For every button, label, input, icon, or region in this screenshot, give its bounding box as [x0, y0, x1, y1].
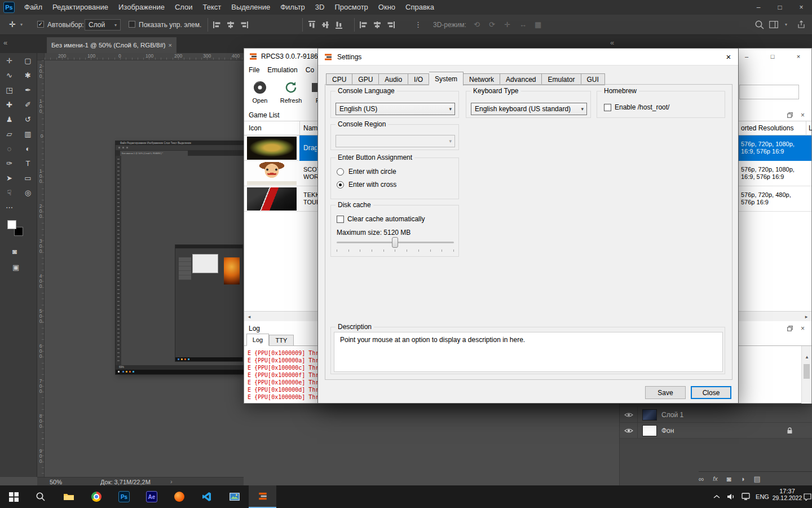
- distribute-center-icon[interactable]: [373, 21, 381, 28]
- restore-icon[interactable]: □: [769, 0, 791, 15]
- eraser-tool[interactable]: ▱: [0, 126, 19, 141]
- show-controls-checkbox[interactable]: [129, 21, 135, 28]
- maximize-icon[interactable]: □: [760, 49, 785, 64]
- marquee-tool[interactable]: ▢: [19, 53, 37, 68]
- vscode-icon[interactable]: [193, 485, 220, 508]
- history-brush-tool[interactable]: ↺: [19, 112, 37, 126]
- after-effects-icon[interactable]: Ae: [138, 485, 165, 508]
- tab-advanced[interactable]: Advanced: [500, 73, 542, 85]
- tab-gui[interactable]: GUI: [581, 73, 605, 85]
- refresh-button[interactable]: Refresh: [278, 80, 304, 104]
- shape-tool[interactable]: ▭: [19, 170, 37, 185]
- workspace-icon[interactable]: [769, 21, 778, 28]
- brush-tool[interactable]: ✐: [19, 97, 37, 112]
- game-search-input[interactable]: [739, 85, 799, 99]
- align-top-icon[interactable]: [308, 21, 315, 29]
- save-button[interactable]: Save: [645, 386, 686, 399]
- taskbar-search-button[interactable]: [27, 485, 54, 508]
- menu-file[interactable]: Файл: [19, 0, 47, 15]
- align-right-icon[interactable]: [240, 21, 248, 28]
- tool-preset-arrow-icon[interactable]: ▾: [20, 22, 23, 27]
- screen-mode-icon[interactable]: ▣: [12, 263, 19, 271]
- move-tool[interactable]: ✛: [0, 53, 19, 68]
- menu-help[interactable]: Справка: [400, 0, 439, 15]
- clear-cache-checkbox[interactable]: [337, 216, 344, 223]
- align-middle-icon[interactable]: [322, 21, 329, 29]
- scrollbar-thumb[interactable]: [804, 364, 810, 379]
- tty-tab[interactable]: TTY: [269, 335, 294, 346]
- collapse-dock-icon[interactable]: «: [610, 38, 614, 47]
- float-dock-icon[interactable]: [787, 112, 793, 118]
- collapse-panel-icon[interactable]: «: [3, 38, 7, 47]
- tab-emulator[interactable]: Emulator: [542, 73, 581, 85]
- chrome-icon[interactable]: [83, 485, 110, 508]
- new-group-icon[interactable]: ▤: [754, 475, 761, 483]
- zoom-tool[interactable]: ◎: [19, 185, 37, 200]
- layer-thumbnail[interactable]: [642, 409, 657, 421]
- menu-layers[interactable]: Слои: [170, 0, 198, 15]
- close-button[interactable]: Close: [691, 386, 731, 399]
- enable-host-root-label[interactable]: Enable /host_root/: [615, 103, 669, 111]
- orbit-3d-icon[interactable]: ⟲: [474, 20, 480, 29]
- autoselect-target-dropdown[interactable]: Слой ▾: [85, 19, 121, 30]
- layer-name[interactable]: Фон: [661, 427, 787, 435]
- slider-handle[interactable]: [392, 237, 398, 248]
- vertical-ruler[interactable]: 200 100 0 100 200 300 400 500 600 700 80…: [37, 60, 45, 477]
- action-center-icon[interactable]: [803, 485, 812, 508]
- zoom-3d-icon[interactable]: ▦: [535, 20, 541, 29]
- hand-tool[interactable]: ☟: [0, 185, 19, 200]
- align-bottom-icon[interactable]: [336, 21, 342, 29]
- ruler-corner[interactable]: [37, 53, 45, 60]
- layer-thumbnail[interactable]: [642, 425, 657, 436]
- close-icon[interactable]: ×: [785, 49, 811, 64]
- photoshop-taskbar-icon[interactable]: Ps: [111, 485, 138, 508]
- enter-with-circle-label[interactable]: Enter with circle: [348, 168, 396, 176]
- tab-gpu[interactable]: GPU: [352, 73, 379, 85]
- tab-network[interactable]: Network: [464, 73, 500, 85]
- close-icon[interactable]: ×: [791, 0, 812, 15]
- orange-app-icon[interactable]: [166, 485, 193, 508]
- tab-io[interactable]: I/O: [408, 73, 429, 85]
- tab-audio[interactable]: Audio: [379, 73, 408, 85]
- layer-style-icon[interactable]: fx: [713, 475, 718, 482]
- scroll-left-icon[interactable]: ◂: [245, 313, 253, 321]
- menu-image[interactable]: Изображение: [113, 0, 170, 15]
- type-tool[interactable]: T: [19, 156, 37, 170]
- move-tool-icon[interactable]: ✛: [9, 20, 16, 29]
- log-vscrollbar[interactable]: ▴: [801, 346, 811, 404]
- blur-tool[interactable]: ◌: [0, 141, 19, 156]
- rpcs3-menu-configuration[interactable]: Co: [306, 66, 314, 74]
- workspace-arrow-icon[interactable]: ▾: [785, 22, 787, 27]
- start-button[interactable]: [0, 485, 27, 508]
- link-layers-icon[interactable]: ∞: [699, 475, 704, 483]
- path-selection-tool[interactable]: ➤: [0, 170, 19, 185]
- pan-3d-icon[interactable]: ✛: [504, 20, 510, 29]
- tab-system[interactable]: System: [429, 72, 464, 86]
- slide-3d-icon[interactable]: ↔: [519, 20, 527, 29]
- rpcs3-taskbar-icon[interactable]: [249, 485, 276, 508]
- boot-button[interactable]: Open: [249, 80, 271, 104]
- scroll-up-icon[interactable]: ▴: [803, 353, 811, 361]
- console-language-select[interactable]: English (US) ▾: [336, 103, 455, 115]
- file-explorer-icon[interactable]: [55, 485, 82, 508]
- zoom-level[interactable]: 50%: [50, 479, 62, 485]
- rpcs3-menu-file[interactable]: File: [249, 66, 259, 74]
- network-tray-icon[interactable]: [739, 485, 753, 508]
- layer-row[interactable]: Фон: [620, 423, 812, 439]
- crop-tool[interactable]: ◳: [0, 82, 19, 97]
- layer-mask-icon[interactable]: ◙: [727, 475, 731, 483]
- column-header-resolutions[interactable]: orted Resolutions: [741, 124, 804, 132]
- menu-filter[interactable]: Фильтр: [275, 0, 310, 15]
- log-tab[interactable]: Log: [246, 334, 269, 346]
- tab-cpu[interactable]: CPU: [326, 73, 352, 85]
- keyboard-type-select[interactable]: English keyboard (US standard) ▾: [471, 103, 587, 115]
- scroll-right-icon[interactable]: ▸: [802, 313, 810, 321]
- close-dock-icon[interactable]: ×: [801, 111, 805, 119]
- gradient-tool[interactable]: ▥: [19, 126, 37, 141]
- more-options-icon[interactable]: ⋮: [414, 20, 422, 29]
- cache-size-slider[interactable]: [337, 242, 454, 243]
- search-icon[interactable]: [754, 20, 765, 30]
- menu-view[interactable]: Просмотр: [329, 0, 373, 15]
- foreground-color-swatch[interactable]: [7, 220, 16, 229]
- clone-stamp-tool[interactable]: ♟: [0, 112, 19, 126]
